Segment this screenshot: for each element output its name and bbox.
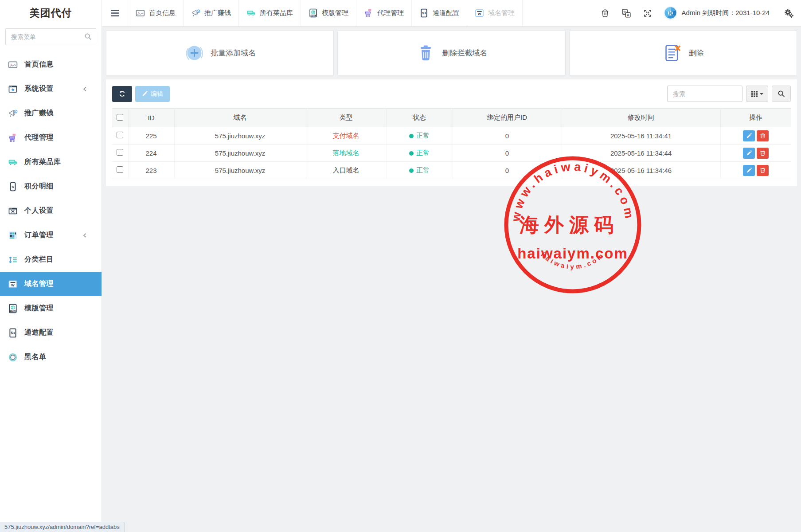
tab-template-html[interactable]: HTML模版管理	[301, 0, 356, 26]
svg-text:s: s	[198, 10, 199, 12]
tab-home-image[interactable]: 首页信息	[128, 0, 183, 26]
chevron-left-icon	[82, 233, 88, 238]
sidebar-item-category-sort[interactable]: 分类栏目	[0, 247, 102, 272]
sidebar-item-label: 首页信息	[24, 60, 54, 69]
tab-domain[interactable]: w域名管理	[467, 0, 523, 26]
chevron-left-icon	[82, 86, 88, 92]
cell-id: 225	[128, 127, 174, 145]
sidebar-item-megaphone[interactable]: s推广赚钱	[0, 101, 102, 125]
row-checkbox[interactable]	[117, 166, 123, 173]
translate-icon[interactable]: 文A	[622, 9, 631, 18]
svg-text:HTML: HTML	[311, 15, 315, 17]
admin-expiry-text[interactable]: Admin 到期时间：2031-10-24	[682, 9, 770, 17]
cell-type: 支付域名	[306, 127, 386, 145]
search-icon	[778, 90, 785, 98]
row-delete-button[interactable]	[757, 130, 769, 141]
trash-icon[interactable]	[601, 9, 610, 18]
sidebar-item-system-settings[interactable]: 系统设置	[0, 77, 102, 101]
card-trash-blue[interactable]: 删除拦截域名	[337, 31, 565, 75]
status-dot-icon	[409, 168, 414, 173]
toolbar-right	[667, 86, 791, 102]
app-window: 美团代付 首页信息系统设置s推广赚钱代理管理所有菜品库s积分明细个人设置订单管理…	[0, 0, 801, 532]
personal-settings-icon	[8, 206, 18, 216]
sidebar-item-label: 个人设置	[24, 206, 54, 215]
sidebar-item-orders[interactable]: 订单管理	[0, 223, 102, 247]
sidebar-item-personal-settings[interactable]: 个人设置	[0, 199, 102, 223]
svg-text:w: w	[477, 12, 481, 16]
cell-type: 入口域名	[306, 162, 386, 179]
table-search	[667, 86, 742, 102]
table-search-input[interactable]	[667, 86, 742, 102]
sidebar: 美团代付 首页信息系统设置s推广赚钱代理管理所有菜品库s积分明细个人设置订单管理…	[0, 0, 102, 532]
topbar-tabs: 首页信息s推广赚钱所有菜品库HTML模版管理代理管理$通道配置w域名管理	[128, 0, 523, 26]
tab-label: 所有菜品库	[260, 9, 293, 17]
table-panel: 编辑	[106, 79, 797, 186]
refresh-button[interactable]	[112, 86, 132, 102]
column-header: 类型	[306, 109, 386, 127]
row-delete-button[interactable]	[757, 148, 769, 159]
card-label: 删除拦截域名	[442, 48, 487, 58]
system-settings-icon	[8, 84, 18, 94]
tab-megaphone[interactable]: s推广赚钱	[183, 0, 238, 26]
stamp-bottom-text: haiwaiym.com	[539, 250, 606, 270]
status-label: 正常	[416, 166, 430, 174]
pencil-icon	[746, 133, 752, 139]
svg-text:$: $	[422, 11, 424, 15]
columns-dropdown-button[interactable]	[746, 86, 768, 102]
fullscreen-icon[interactable]	[643, 9, 652, 18]
cell-status: 正常	[386, 162, 453, 179]
gear-icon[interactable]	[784, 8, 794, 18]
row-edit-button[interactable]	[743, 148, 755, 159]
row-edit-button[interactable]	[743, 130, 755, 141]
select-all-checkbox[interactable]	[117, 114, 123, 121]
menu-toggle-button[interactable]	[102, 0, 128, 26]
sidebar-item-home-image[interactable]: 首页信息	[0, 52, 102, 77]
sidebar-item-points-receipt[interactable]: s积分明细	[0, 174, 102, 199]
search-icon	[84, 33, 92, 40]
sidebar-item-blacklist[interactable]: 黑名单	[0, 345, 102, 369]
sidebar-item-domain[interactable]: w域名管理	[0, 272, 102, 296]
template-html-icon: HTML	[8, 304, 18, 313]
svg-text:A: A	[626, 12, 629, 17]
tab-label: 首页信息	[149, 9, 176, 17]
sidebar-item-dishes-truck[interactable]: 所有菜品库	[0, 150, 102, 174]
tab-channel-config[interactable]: $通道配置	[411, 0, 467, 26]
edit-button[interactable]: 编辑	[135, 86, 170, 102]
cell-domain: 575.jiuzhouw.xyz	[174, 145, 306, 162]
tab-label: 代理管理	[377, 9, 404, 17]
cell-user-id: 0	[453, 127, 562, 145]
trash-small-icon	[760, 133, 766, 139]
domain-icon: w	[8, 279, 18, 289]
svg-text:s: s	[15, 110, 16, 113]
sidebar-item-channel-config[interactable]: $通道配置	[0, 321, 102, 345]
card-doc-remove[interactable]: 删除	[569, 31, 797, 75]
tab-label: 域名管理	[488, 9, 515, 17]
tab-dishes-truck[interactable]: 所有菜品库	[238, 0, 301, 26]
tab-agent-cart[interactable]: 代理管理	[356, 0, 411, 26]
sidebar-item-agent-cart[interactable]: 代理管理	[0, 125, 102, 150]
hamburger-icon	[111, 10, 119, 16]
tab-label: 模版管理	[322, 9, 348, 17]
sidebar-search-input[interactable]	[5, 28, 96, 45]
points-receipt-icon: s	[8, 182, 18, 192]
column-header: 状态	[386, 109, 453, 127]
agent-cart-icon	[8, 133, 18, 143]
topbar-right: 文A Admin 到期时间：2031-10-24	[588, 0, 801, 26]
chevron-down-icon	[760, 93, 763, 97]
sidebar-menu: 首页信息系统设置s推广赚钱代理管理所有菜品库s积分明细个人设置订单管理分类栏目w…	[0, 52, 102, 369]
app-title: 美团代付	[0, 0, 102, 26]
pencil-icon	[746, 150, 752, 156]
status-label: 正常	[416, 149, 430, 156]
row-checkbox[interactable]	[117, 149, 123, 156]
row-delete-button[interactable]	[757, 165, 769, 176]
sidebar-item-template-html[interactable]: HTML模版管理	[0, 296, 102, 321]
row-edit-button[interactable]	[743, 165, 755, 176]
table-row: 225575.jiuzhouw.xyz支付域名正常02025-05-16 11:…	[112, 127, 791, 145]
status-link-preview: 575.jiuzhouw.xyz/admin/domain?ref=addtab…	[0, 522, 125, 532]
search-submit-button[interactable]	[772, 86, 791, 102]
avatar[interactable]	[664, 6, 677, 20]
sidebar-item-label: 积分明细	[24, 182, 54, 191]
row-checkbox[interactable]	[117, 132, 123, 138]
cell-time: 2025-05-16 11:34:44	[562, 145, 720, 162]
card-circle-plus[interactable]: 批量添加域名	[106, 31, 334, 75]
